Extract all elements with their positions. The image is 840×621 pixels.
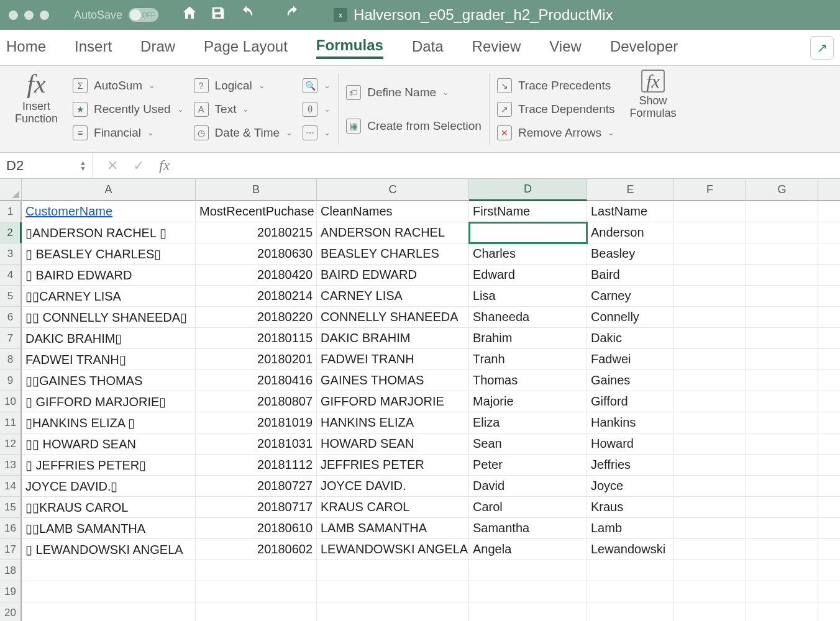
row-header[interactable]: 5: [0, 286, 22, 307]
data-cell[interactable]: Tranh: [469, 349, 587, 370]
data-cell[interactable]: JEFFRIES PETER: [317, 455, 469, 476]
data-cell[interactable]: ▯HANKINS ELIZA ▯: [22, 412, 196, 433]
data-cell[interactable]: DAKIC BRAHIM▯: [22, 328, 196, 349]
data-cell[interactable]: ▯▯KRAUS CAROL: [22, 497, 196, 518]
empty-cell[interactable]: [587, 602, 674, 621]
data-cell[interactable]: 20180115: [196, 328, 317, 349]
data-cell[interactable]: CARNEY LISA: [317, 286, 469, 307]
data-cell[interactable]: Charles: [469, 243, 587, 265]
data-cell[interactable]: [746, 370, 818, 391]
more-functions-button[interactable]: ⋯⌄: [303, 125, 331, 140]
tab-insert[interactable]: Insert: [75, 38, 112, 58]
header-cell[interactable]: [674, 201, 746, 222]
data-cell[interactable]: CONNELLY SHANEEDA: [317, 307, 469, 328]
select-all-corner[interactable]: [0, 179, 22, 201]
data-cell[interactable]: Carney: [587, 286, 674, 307]
data-cell[interactable]: 20180610: [196, 518, 317, 539]
data-cell[interactable]: 20181019: [196, 412, 317, 433]
data-cell[interactable]: Edward: [469, 265, 587, 286]
data-cell[interactable]: [674, 265, 746, 286]
data-cell[interactable]: [818, 497, 840, 518]
empty-cell[interactable]: [469, 560, 587, 581]
header-cell[interactable]: [818, 201, 840, 222]
empty-cell[interactable]: [587, 560, 674, 581]
data-cell[interactable]: [746, 518, 818, 539]
data-cell[interactable]: ▯ANDERSON RACHEL ▯: [22, 222, 196, 243]
data-cell[interactable]: Brahim: [469, 328, 587, 349]
close-window-icon[interactable]: [9, 11, 18, 20]
home-icon[interactable]: [181, 4, 198, 26]
data-cell[interactable]: [746, 243, 818, 265]
data-cell[interactable]: [818, 222, 840, 243]
save-icon[interactable]: [209, 4, 227, 26]
spreadsheet-grid[interactable]: ABCDEFGH 1234567891011121314151617181920…: [0, 179, 840, 201]
empty-cell[interactable]: [674, 602, 746, 621]
autosum-button[interactable]: ΣAutoSum⌄: [73, 78, 184, 93]
data-cell[interactable]: 20180220: [196, 307, 317, 328]
data-cell[interactable]: [674, 518, 746, 539]
financial-button[interactable]: ≡Financial⌄: [73, 125, 184, 140]
data-cell[interactable]: Beasley: [587, 243, 674, 265]
column-header-D[interactable]: D: [469, 179, 587, 201]
empty-cell[interactable]: [674, 560, 746, 581]
undo-icon[interactable]: [238, 4, 255, 26]
data-cell[interactable]: [746, 391, 818, 412]
recently-used-button[interactable]: ★Recently Used⌄: [73, 102, 184, 117]
define-name-button[interactable]: 🏷Define Name⌄: [346, 85, 482, 100]
data-cell[interactable]: [818, 539, 840, 560]
name-box[interactable]: D2 ▲▼: [0, 153, 93, 178]
row-header[interactable]: 20: [0, 602, 22, 621]
empty-cell[interactable]: [746, 602, 818, 621]
data-cell[interactable]: 20180807: [196, 391, 317, 412]
row-header[interactable]: 9: [0, 370, 22, 391]
name-box-spinner[interactable]: ▲▼: [80, 160, 86, 171]
empty-cell[interactable]: [22, 581, 196, 602]
row-header[interactable]: 17: [0, 539, 22, 560]
data-cell[interactable]: ▯▯ CONNELLY SHANEEDA▯: [22, 307, 196, 328]
data-cell[interactable]: [818, 391, 840, 412]
accept-formula-icon[interactable]: ✓: [133, 158, 144, 174]
lookup-button[interactable]: 🔍⌄: [303, 78, 331, 93]
data-cell[interactable]: Joyce: [587, 476, 674, 497]
data-cell[interactable]: GAINES THOMAS: [317, 370, 469, 391]
trace-precedents-button[interactable]: ↘Trace Precedents: [497, 78, 615, 93]
data-cell[interactable]: Anderson: [587, 222, 674, 243]
data-cell[interactable]: [674, 349, 746, 370]
autosave-switch[interactable]: OFF: [129, 8, 158, 22]
data-cell[interactable]: Baird: [587, 265, 674, 286]
data-cell[interactable]: Connelly: [587, 307, 674, 328]
row-header[interactable]: 10: [0, 391, 22, 412]
data-cell[interactable]: Hankins: [587, 412, 674, 433]
data-cell[interactable]: 20180717: [196, 497, 317, 518]
data-cell[interactable]: [746, 349, 818, 370]
formula-input[interactable]: [183, 153, 840, 178]
column-header-F[interactable]: F: [674, 179, 746, 201]
empty-cell[interactable]: [469, 602, 587, 621]
data-cell[interactable]: Fadwei: [587, 349, 674, 370]
logical-button[interactable]: ?Logical⌄: [194, 78, 293, 93]
data-cell[interactable]: Lewandowski: [587, 539, 674, 560]
data-cell[interactable]: [674, 222, 746, 243]
row-header[interactable]: 3: [0, 243, 22, 265]
empty-cell[interactable]: [317, 602, 469, 621]
header-cell[interactable]: MostRecentPuchase: [196, 201, 317, 222]
create-from-selection-button[interactable]: ▦Create from Selection: [346, 119, 482, 134]
row-header[interactable]: 7: [0, 328, 22, 349]
data-cell[interactable]: GIFFORD MARJORIE: [317, 391, 469, 412]
header-cell[interactable]: CleanNames: [317, 201, 469, 222]
row-header[interactable]: 12: [0, 433, 22, 455]
row-header[interactable]: 8: [0, 349, 22, 370]
data-cell[interactable]: [674, 476, 746, 497]
empty-cell[interactable]: [196, 560, 317, 581]
empty-cell[interactable]: [587, 581, 674, 602]
data-cell[interactable]: ANDERSON RACHEL: [317, 222, 469, 243]
data-cell[interactable]: ▯ BEASLEY CHARLES▯: [22, 243, 196, 265]
data-cell[interactable]: [674, 307, 746, 328]
column-header-B[interactable]: B: [196, 179, 317, 201]
text-button[interactable]: AText⌄: [194, 102, 293, 117]
data-cell[interactable]: [746, 265, 818, 286]
data-cell[interactable]: [674, 370, 746, 391]
data-cell[interactable]: 20180215: [196, 222, 317, 243]
data-cell[interactable]: 20180416: [196, 370, 317, 391]
data-cell[interactable]: 20181112: [196, 455, 317, 476]
